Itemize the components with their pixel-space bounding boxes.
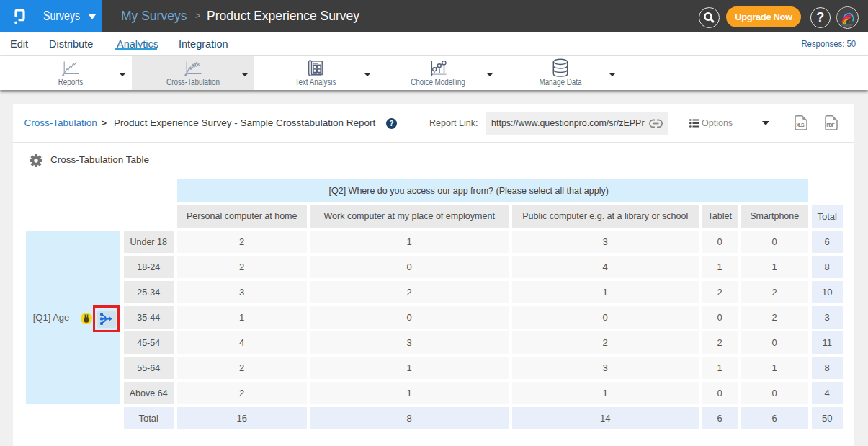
svg-text:XLS: XLS <box>796 122 805 128</box>
svg-text:PDF: PDF <box>826 122 835 128</box>
